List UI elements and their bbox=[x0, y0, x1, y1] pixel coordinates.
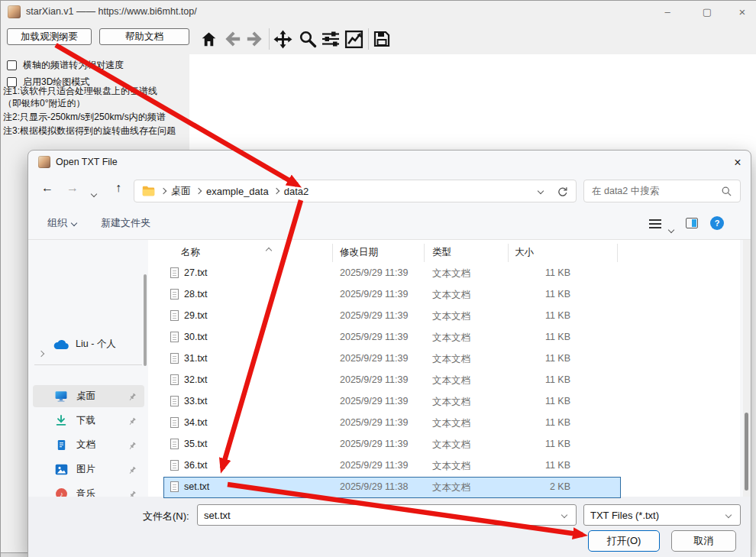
help-button[interactable]: ? bbox=[710, 216, 724, 230]
column-separator bbox=[508, 244, 509, 262]
maximize-button[interactable]: ▢ bbox=[694, 4, 720, 21]
file-size: 11 KB bbox=[515, 374, 570, 385]
window-titlebar: starXian.v1 —— https://www.bi6mht.top/ –… bbox=[1, 1, 756, 24]
file-size: 11 KB bbox=[515, 310, 570, 321]
address-dropdown[interactable] bbox=[538, 188, 544, 194]
breadcrumb-example-data[interactable]: example_data bbox=[201, 186, 274, 197]
file-row[interactable]: 28.txt2025/9/29 11:39文本文档11 KB bbox=[164, 285, 620, 305]
note-1b: （即银纬0°附近的） bbox=[3, 97, 85, 110]
file-row[interactable]: 27.txt2025/9/29 11:39文本文档11 KB bbox=[164, 264, 620, 283]
text-file-icon bbox=[170, 439, 179, 449]
back-icon[interactable] bbox=[223, 29, 243, 49]
file-row[interactable]: 31.txt2025/9/29 11:39文本文档11 KB bbox=[164, 349, 620, 369]
sidebar-item-label: 下载 bbox=[76, 414, 95, 427]
save-icon[interactable] bbox=[372, 29, 392, 49]
file-date: 2025/9/29 11:39 bbox=[340, 353, 408, 364]
sidebar-item-pictures[interactable]: 图片 bbox=[33, 458, 144, 481]
file-row[interactable]: 34.txt2025/9/29 11:39文本文档11 KB bbox=[164, 413, 620, 433]
file-size: 11 KB bbox=[515, 353, 570, 364]
view-dropdown[interactable] bbox=[669, 222, 674, 235]
file-date: 2025/9/29 11:39 bbox=[340, 439, 408, 449]
file-date: 2025/9/29 11:39 bbox=[340, 417, 408, 428]
window-bottom-edge bbox=[1, 552, 27, 557]
filename-input[interactable]: set.txt bbox=[197, 504, 577, 526]
note-1: 注1:该软件只适合处理银盘上的氢谱线 bbox=[3, 85, 157, 98]
file-row[interactable]: set.txt2025/9/29 11:38文本文档2 KB bbox=[164, 478, 620, 497]
file-date: 2025/9/29 11:39 bbox=[340, 332, 408, 342]
pin-icon bbox=[128, 440, 137, 454]
close-button[interactable]: × bbox=[729, 4, 755, 21]
chevron-down-icon[interactable] bbox=[561, 512, 567, 518]
sort-ascending-icon bbox=[267, 242, 271, 256]
file-row[interactable]: 29.txt2025/9/29 11:39文本文档11 KB bbox=[164, 306, 620, 326]
file-row[interactable]: 36.txt2025/9/29 11:39文本文档11 KB bbox=[164, 456, 620, 476]
file-size: 11 KB bbox=[515, 417, 570, 428]
zoom-icon[interactable] bbox=[298, 29, 318, 49]
file-type: 文本文档 bbox=[432, 396, 470, 409]
sidebar-item-desktop[interactable]: 桌面 bbox=[33, 385, 144, 407]
file-date: 2025/9/29 11:39 bbox=[340, 396, 408, 406]
minimize-button[interactable]: – bbox=[654, 4, 680, 21]
note-2: 注2:只显示-250km/s到250km/s内的频谱 bbox=[3, 111, 166, 124]
search-placeholder: 在 data2 中搜索 bbox=[592, 185, 659, 198]
onedrive-label: Liu - 个人 bbox=[76, 338, 116, 351]
folder-icon bbox=[142, 186, 155, 196]
file-name: 36.txt bbox=[184, 460, 208, 471]
file-row[interactable]: 32.txt2025/9/29 11:39文本文档11 KB bbox=[164, 371, 620, 390]
view-list-icon[interactable] bbox=[649, 219, 661, 228]
filename-label: 文件名(N): bbox=[143, 510, 189, 523]
onedrive-expand-chevron[interactable] bbox=[39, 345, 44, 359]
file-row[interactable]: 33.txt2025/9/29 11:39文本文档11 KB bbox=[164, 392, 620, 412]
sidebar-item-documents[interactable]: 文档 bbox=[33, 434, 144, 456]
toolbar-separator bbox=[368, 28, 369, 50]
new-folder-button[interactable]: 新建文件夹 bbox=[101, 216, 150, 230]
forward-icon[interactable] bbox=[244, 29, 264, 49]
home-icon[interactable] bbox=[199, 29, 218, 49]
file-type-filter-select[interactable]: TXT Files (*.txt) bbox=[583, 504, 741, 526]
file-date: 2025/9/29 11:39 bbox=[340, 310, 408, 321]
pan-icon[interactable] bbox=[273, 29, 292, 49]
file-type: 文本文档 bbox=[432, 374, 470, 387]
file-row[interactable]: 35.txt2025/9/29 11:39文本文档11 KB bbox=[164, 435, 620, 455]
refresh-icon[interactable] bbox=[557, 186, 568, 197]
breadcrumb-desktop[interactable]: 桌面 bbox=[166, 184, 196, 198]
sidebar-item-onedrive[interactable]: Liu - 个人 bbox=[53, 338, 116, 351]
text-file-icon bbox=[170, 417, 179, 428]
nav-forward-button[interactable]: → bbox=[64, 181, 81, 195]
open-button[interactable]: 打开(O) bbox=[588, 530, 660, 552]
breadcrumb-data2[interactable]: data2 bbox=[279, 186, 315, 197]
column-header-date[interactable]: 修改日期 bbox=[340, 246, 378, 259]
sidebar-scrollbar[interactable] bbox=[144, 274, 147, 366]
organize-button[interactable]: 组织 bbox=[47, 216, 76, 230]
checkbox-relative-velocity[interactable]: 横轴的频谱转为相对速度 bbox=[7, 59, 124, 71]
preview-pane-icon[interactable] bbox=[686, 218, 698, 228]
search-input[interactable]: 在 data2 中搜索 bbox=[583, 180, 741, 202]
nav-back-button[interactable]: ← bbox=[39, 181, 56, 195]
checkbox-box[interactable] bbox=[7, 60, 17, 70]
text-file-icon bbox=[170, 374, 179, 385]
column-header-type[interactable]: 类型 bbox=[432, 246, 451, 259]
file-name: 34.txt bbox=[184, 417, 208, 428]
customize-plot-icon[interactable] bbox=[344, 29, 363, 49]
column-header-name[interactable]: 名称 bbox=[181, 246, 200, 259]
column-header-size[interactable]: 大小 bbox=[515, 246, 534, 259]
toolbar-separator bbox=[269, 28, 270, 50]
sidebar-item-downloads[interactable]: 下载 bbox=[33, 410, 144, 432]
text-file-icon bbox=[170, 396, 179, 406]
help-doc-button[interactable]: 帮助文档 bbox=[99, 28, 189, 45]
list-scrollbar-track[interactable] bbox=[743, 240, 751, 497]
load-summary-button[interactable]: 加载观测纲要 bbox=[7, 28, 92, 45]
nav-recent-dropdown[interactable] bbox=[92, 186, 96, 199]
nav-up-button[interactable]: ↑ bbox=[110, 181, 127, 195]
file-name: 33.txt bbox=[184, 396, 208, 406]
text-file-icon bbox=[170, 267, 179, 278]
address-bar[interactable]: 桌面 example_data data2 bbox=[134, 180, 577, 202]
cancel-button[interactable]: 取消 bbox=[671, 530, 736, 552]
list-scrollbar-thumb[interactable] bbox=[745, 413, 748, 491]
text-file-icon bbox=[170, 332, 179, 342]
subplots-icon[interactable] bbox=[321, 29, 341, 49]
file-row[interactable]: 30.txt2025/9/29 11:39文本文档11 KB bbox=[164, 328, 620, 348]
file-type: 文本文档 bbox=[432, 353, 470, 366]
dialog-close-button[interactable]: × bbox=[728, 154, 748, 172]
pin-icon bbox=[128, 391, 137, 405]
